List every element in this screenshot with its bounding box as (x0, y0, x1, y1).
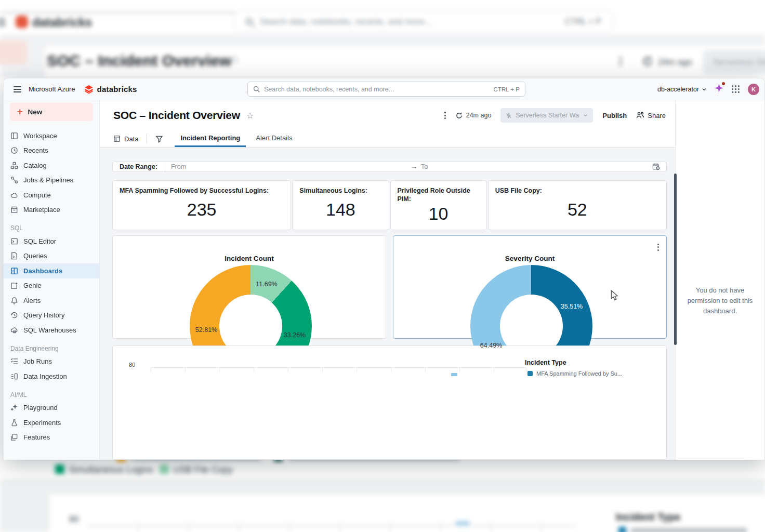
incident-type-chart[interactable]: 80 Incident Type (112, 345, 667, 460)
bg-updated-text: 24m ago (658, 57, 692, 68)
sidebar-section-sql: SQL (10, 224, 99, 232)
pipelines-icon (10, 176, 18, 184)
global-search[interactable]: CTRL + P (247, 82, 525, 97)
assistant-button[interactable] (715, 84, 723, 95)
job-runs-icon (10, 357, 18, 365)
bg-axis-line (87, 525, 576, 526)
kpi-value: 10 (398, 204, 480, 224)
share-label: Share (648, 112, 666, 119)
publish-button[interactable]: Publish (602, 112, 627, 119)
chart-title: Severity Count (393, 255, 666, 262)
bg-axis-tick (339, 526, 340, 531)
bg-search-bar: Search data, notebooks, recents, and mor… (234, 11, 613, 32)
bg-incident-type-title: Incident Type (616, 511, 680, 523)
user-avatar[interactable]: K (748, 84, 759, 95)
bg-legend-text-blur (630, 528, 747, 532)
incident-type-legend: MFA Spamming Followed by Su... (527, 370, 622, 377)
plus-icon: + (17, 107, 23, 116)
chart-title: Incident Count (113, 255, 386, 262)
date-range-filter[interactable]: Date Range: From → To (112, 162, 667, 172)
incident-count-chart[interactable]: Incident Count 11.69% 33.26% 52.81% Rule… (112, 235, 386, 339)
main-content: SOC – Incident Overview ☆ 24m ago Server… (100, 100, 675, 460)
sidebar-section-data-engineering: Data Engineering (10, 345, 99, 352)
new-button[interactable]: + New (10, 102, 93, 121)
legend-swatch (527, 371, 533, 376)
chevron-down-icon (583, 113, 588, 118)
databricks-logo-icon (84, 84, 94, 95)
filter-button[interactable] (155, 130, 163, 147)
calendar-icon[interactable] (652, 163, 660, 170)
sidebar-item-queries[interactable]: Queries (4, 249, 99, 264)
kpi-simultaneous-logins[interactable]: Simultaneous Logins: 148 (292, 180, 389, 231)
bg-bar-top (456, 521, 469, 526)
funnel-icon (155, 135, 163, 143)
kpi-usb-file-copy[interactable]: USB File Copy: 52 (488, 180, 667, 231)
bg-search-icon (246, 18, 253, 25)
queries-icon (10, 252, 18, 260)
bg-brand-wordmark: databricks (32, 16, 92, 30)
sidebar-item-sql-warehouses[interactable]: SQL Warehouses (4, 323, 99, 338)
sidebar-item-features[interactable]: Features (4, 430, 99, 445)
bg-menu-icon (0, 17, 5, 28)
pct-label-high: 64.49% (480, 342, 502, 349)
gridline (151, 367, 526, 368)
refresh-status[interactable]: 24m ago (455, 112, 492, 119)
workspace-selector[interactable]: db-accelerator (657, 86, 707, 93)
top-nav: Microsoft Azure databricks CTRL + P db-a… (4, 78, 764, 100)
refresh-icon (455, 112, 463, 119)
scrollbar-thumb[interactable] (674, 174, 677, 345)
sidebar-item-jobs-pipelines[interactable]: Jobs & Pipelines (4, 173, 99, 188)
databricks-logo[interactable]: databricks (84, 84, 137, 95)
share-button[interactable]: Share (636, 111, 666, 119)
right-panel: You do not have permission to edit this … (675, 100, 764, 460)
sidebar-section-ai-ml: AI/ML (10, 391, 99, 398)
charts-row: Incident Count 11.69% 33.26% 52.81% Rule… (112, 235, 667, 339)
favorite-star-icon[interactable]: ☆ (246, 111, 254, 121)
search-input[interactable] (264, 86, 494, 93)
apps-grid-icon[interactable] (731, 85, 740, 94)
bg-axis-tick (390, 526, 391, 531)
lightning-off-icon (506, 112, 512, 119)
kpi-row: MFA Spamming Followed by Successful Logi… (112, 180, 667, 231)
kpi-privileged-role[interactable]: Privileged Role Outside PIM: 10 (390, 180, 487, 231)
date-range-label: Date Range: (120, 163, 157, 170)
hamburger-menu-icon[interactable] (14, 85, 21, 94)
severity-count-chart[interactable]: Severity Count 35.51% 64.49% Severity: H… (393, 235, 667, 339)
notification-dot (722, 82, 725, 85)
sidebar-item-recents[interactable]: Recents (4, 143, 99, 158)
tab-alert-details[interactable]: Alert Details (250, 130, 298, 147)
bg-axis-tick-label: 80 (69, 514, 79, 525)
sidebar-item-job-runs[interactable]: Job Runs (4, 354, 99, 369)
permission-message: You do not have permission to edit this … (676, 285, 764, 316)
date-from-input[interactable]: From (171, 163, 186, 170)
kpi-mfa-spamming[interactable]: MFA Spamming Followed by Successful Logi… (112, 180, 291, 231)
warehouse-label: Serverless Starter War... (516, 112, 579, 119)
sql-editor-icon (10, 237, 18, 245)
bg-axis-tick (188, 526, 189, 531)
features-icon (10, 433, 18, 441)
sidebar-item-dashboards[interactable]: Dashboards (4, 263, 99, 278)
sidebar-item-workspace[interactable]: Workspace (4, 128, 99, 143)
sidebar-item-genie[interactable]: Genie (4, 278, 99, 294)
sidebar-item-compute[interactable]: Compute (4, 188, 99, 203)
sidebar-item-playground[interactable]: Playground (4, 401, 99, 416)
share-people-icon (636, 111, 644, 119)
chart-kebab-menu[interactable] (657, 242, 659, 252)
date-to-input[interactable]: To (421, 163, 428, 170)
divider (165, 162, 165, 171)
sidebar-item-sql-editor[interactable]: SQL Editor (4, 234, 99, 249)
overflow-menu-button[interactable] (444, 111, 446, 121)
warehouse-icon (10, 326, 18, 334)
sidebar-item-query-history[interactable]: Query History (4, 308, 99, 323)
tab-incident-reporting[interactable]: Incident Reporting (175, 130, 246, 147)
tab-bar: Data Incident Reporting Alert Details (100, 130, 675, 148)
warehouse-selector[interactable]: Serverless Starter War... (500, 108, 593, 123)
sidebar-item-alerts[interactable]: Alerts (4, 293, 99, 308)
sidebar-item-data-ingestion[interactable]: Data Ingestion (4, 369, 99, 384)
sidebar-item-experiments[interactable]: Experiments (4, 415, 99, 430)
bg-new-button (0, 41, 27, 64)
data-tab[interactable]: Data (113, 130, 138, 147)
bg-star-icon: ☆ (229, 52, 240, 67)
sidebar-item-catalog[interactable]: Catalog (4, 158, 99, 173)
sidebar-item-marketplace[interactable]: Marketplace (4, 203, 99, 218)
